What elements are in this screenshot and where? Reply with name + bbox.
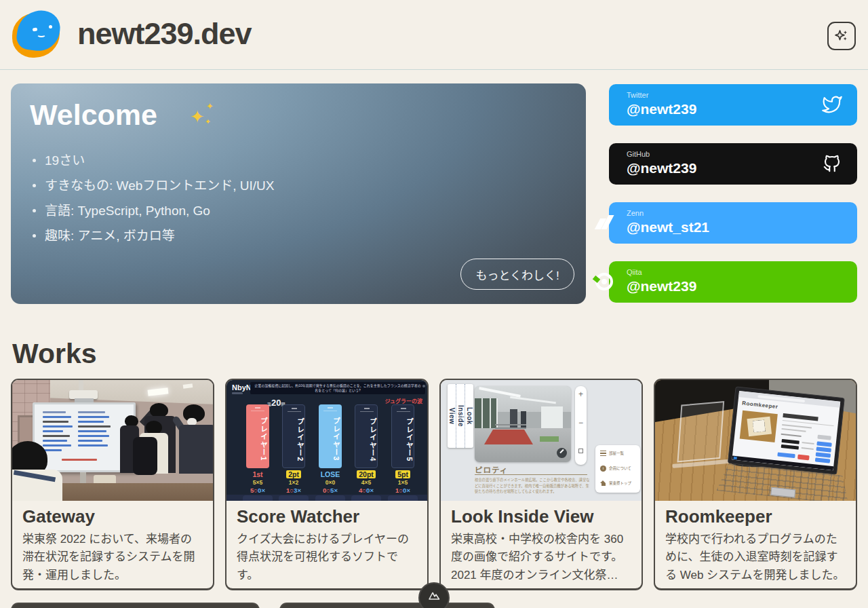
- railing: [495, 428, 526, 429]
- settings-dot-icon: [422, 385, 425, 387]
- social-card-twitter[interactable]: Twitter @newt239: [609, 84, 857, 126]
- laptop: Roomkeeper: [716, 385, 856, 501]
- works-heading: Works: [12, 338, 97, 370]
- social-service-label: Qiita: [627, 268, 642, 276]
- sparkles-emoji-icon: ✦✦✦: [189, 102, 218, 132]
- player-record: 1○0×: [391, 487, 414, 494]
- twitter-icon: [822, 94, 842, 115]
- player-score: 0×0: [319, 479, 342, 486]
- work-card-partial[interactable]: [279, 603, 495, 608]
- social-handle: @newt_st21: [627, 219, 709, 235]
- site-title: newt239.dev: [77, 16, 252, 52]
- work-description: クイズ大会におけるプレイヤーの得点状況を可視化するソフトです。: [237, 531, 417, 584]
- social-handle: @newt239: [627, 101, 696, 117]
- qr-camera-view: [740, 411, 778, 442]
- bullet-dot: [33, 234, 36, 238]
- work-card-score-watcher[interactable]: NbyN 企業の設備投資に起因し、約10年周期で発生する景気の循環のことを、これ…: [225, 379, 429, 590]
- gateway-photo: [12, 380, 213, 501]
- bullet-dot: [33, 159, 36, 162]
- profile-item-text: 言語: TypeScript, Python, Go: [45, 200, 210, 218]
- logo-eye: [49, 25, 52, 28]
- site-logo-icon: [11, 9, 62, 60]
- answer-text: ジュグラーの波: [385, 397, 422, 404]
- profile-item-text: 趣味: アニメ, ボカロ等: [45, 225, 175, 244]
- work-description: 栄東高校・中学校の校舎内を 360 度の画像で紹介するサイトです。2021 年度…: [451, 531, 631, 584]
- bright-opening: [541, 406, 563, 428]
- work-title: Gateway: [22, 506, 203, 527]
- place-title: ピロティ: [475, 464, 508, 475]
- profile-item-text: 19さい: [45, 150, 85, 168]
- green-mat: [540, 436, 559, 442]
- work-description: 学校内で行われるプログラムのために、生徒の入退室時刻を記録する Web システム…: [665, 531, 846, 584]
- form-heading: [783, 413, 818, 421]
- social-card-zenn[interactable]: Zenn @newt_st21: [609, 202, 857, 244]
- list-icon: [600, 451, 606, 456]
- roomkeeper-photo: Roomkeeper: [655, 380, 856, 501]
- player-record: 1○3×: [282, 487, 305, 494]
- page: newt239.dev Welcome ✦✦✦ 19さい すきなもの: Webフ…: [0, 0, 868, 608]
- player-state: 1st: [246, 470, 269, 478]
- divider: [475, 474, 587, 475]
- place-description: 校舎の渡り廊下のメインホール前広場。ここから教室や各校舎、講堂などに直接行くこと…: [475, 477, 590, 495]
- player-column-header: プレイヤー2: [282, 404, 305, 468]
- list-item: 趣味: アニメ, ボカロ等: [33, 225, 275, 244]
- panorama-photo: [475, 386, 571, 462]
- player-column-header: プレイヤー4: [355, 404, 378, 468]
- social-service-label: Twitter: [627, 91, 648, 99]
- profile-item-text: すきなもの: Webフロントエンド, UI/UX: [45, 175, 275, 193]
- player-score: 1×2: [282, 479, 305, 486]
- social-card-github[interactable]: GitHub @newt239: [609, 143, 857, 185]
- player-column-header: プレイヤー5: [391, 404, 414, 468]
- app-subtitle: [232, 392, 243, 394]
- player-state: 20pt: [355, 470, 378, 478]
- player-column-header: プレイヤー3: [319, 404, 342, 468]
- player-score: 1×5: [391, 479, 414, 486]
- work-description: 栄東祭 2022 において、来場者の滞在状況を記録するシステムを開発・運用しまし…: [22, 531, 203, 584]
- sparkles-icon: [833, 28, 850, 44]
- sparkles-button[interactable]: [827, 22, 856, 50]
- github-icon: [822, 153, 842, 174]
- fullscreen-icon: [578, 449, 583, 453]
- work-card-gateway[interactable]: Gateway 栄東祭 2022 において、来場者の滞在状況を記録するシステムを…: [11, 379, 214, 590]
- player-record: 4○0×: [355, 487, 378, 494]
- info-icon: i: [600, 466, 606, 472]
- player-state: LOSE: [319, 470, 342, 478]
- social-handle: @newt239: [627, 278, 696, 294]
- menu-item-about: i 企画について: [600, 464, 631, 472]
- bullet-dot: [33, 184, 36, 187]
- zoom-controls: + −: [575, 386, 587, 465]
- social-card-qiita[interactable]: Qiita @newt239: [609, 261, 857, 303]
- player-record: 5○0×: [246, 487, 269, 494]
- railing: [495, 424, 526, 425]
- more-details-button[interactable]: もっとくわしく!: [460, 259, 574, 290]
- pillar: [521, 411, 526, 430]
- list-item: すきなもの: Webフロントエンド, UI/UX: [33, 175, 275, 193]
- qr-code: [753, 420, 766, 433]
- social-service-label: GitHub: [627, 150, 650, 158]
- compass-icon: [557, 448, 567, 458]
- player-state: 2pt: [282, 470, 305, 478]
- welcome-card: Welcome ✦✦✦ 19さい すきなもの: Webフロントエンド, UI/U…: [11, 83, 586, 304]
- mountain-badge-button[interactable]: [418, 582, 450, 608]
- laptop-screen: Roomkeeper: [732, 391, 840, 470]
- app-title: Roomkeeper: [742, 400, 778, 411]
- liv-logo-badge: Look Inside View: [448, 384, 473, 448]
- welcome-title: Welcome: [30, 98, 157, 132]
- work-card-partial[interactable]: [11, 603, 260, 608]
- look-inside-view-screenshot: Look Inside View: [441, 380, 642, 501]
- header: newt239.dev: [0, 0, 868, 70]
- player-column-header: プレイヤー1: [246, 404, 269, 468]
- home-icon: [600, 480, 606, 486]
- work-card-look-inside-view[interactable]: Look Inside View: [439, 379, 643, 590]
- player-score: 4×5: [355, 479, 378, 486]
- bullet-dot: [33, 209, 36, 212]
- liv-menu-panel: 部屋一覧 i 企画について 栄東祭トップ: [595, 445, 640, 493]
- list-item: 言語: TypeScript, Python, Go: [33, 200, 275, 218]
- score-watcher-screenshot: NbyN 企業の設備投資に起因し、約10年周期で発生する景気の循環のことを、これ…: [226, 380, 427, 501]
- player-state: 5pt: [391, 470, 414, 478]
- player-score: 5×5: [246, 479, 269, 486]
- question-bar: 企業の設備投資に起因し、約10年周期で発生する景気の循環のことを、これを主張した…: [250, 382, 425, 394]
- windows: [475, 398, 498, 431]
- work-card-roomkeeper[interactable]: Roomkeeper: [654, 379, 857, 590]
- list-item: 19さい: [33, 150, 275, 168]
